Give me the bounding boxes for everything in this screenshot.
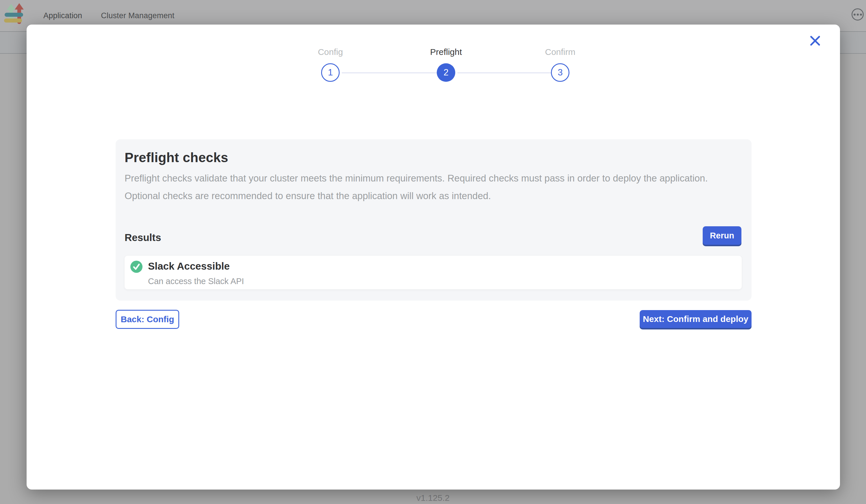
nav-tab-cluster-management[interactable]: Cluster Management bbox=[101, 11, 174, 20]
rerun-button[interactable]: Rerun bbox=[703, 226, 741, 245]
step-connector bbox=[457, 72, 551, 74]
check-detail: Can access the Slack API bbox=[148, 277, 244, 286]
step-circle-1[interactable]: 1 bbox=[321, 63, 340, 82]
version-label: v1.125.2 bbox=[0, 493, 866, 503]
ellipsis-menu-icon[interactable] bbox=[852, 8, 864, 21]
close-icon[interactable] bbox=[807, 33, 823, 49]
back-config-button[interactable]: Back: Config bbox=[115, 310, 179, 329]
preflight-modal: Config Preflight Confirm 1 2 3 Preflight… bbox=[26, 24, 840, 490]
check-pass-icon bbox=[130, 261, 143, 273]
nav-tabs: Application Cluster Management bbox=[0, 11, 175, 20]
step-circle-2[interactable]: 2 bbox=[437, 63, 455, 82]
app-logo-icon bbox=[4, 3, 24, 28]
wizard-stepper: Config Preflight Confirm 1 2 3 bbox=[231, 24, 635, 117]
step-label-confirm: Confirm bbox=[514, 47, 607, 57]
panel-title: Preflight checks bbox=[125, 150, 228, 165]
step-label-preflight: Preflight bbox=[400, 47, 492, 57]
check-result-row: Slack Accessible Can access the Slack AP… bbox=[125, 256, 742, 289]
preflight-panel: Preflight checks Preflight checks valida… bbox=[115, 139, 752, 301]
step-label-config: Config bbox=[284, 47, 377, 57]
step-circle-3[interactable]: 3 bbox=[551, 63, 569, 82]
results-label: Results bbox=[125, 232, 161, 243]
panel-description: Preflight checks validate that your clus… bbox=[125, 169, 729, 205]
step-connector bbox=[342, 72, 437, 74]
nav-tab-application[interactable]: Application bbox=[43, 11, 82, 20]
next-confirm-deploy-button[interactable]: Next: Confirm and deploy bbox=[640, 310, 752, 328]
check-name: Slack Accessible bbox=[148, 260, 230, 272]
screen: Application Cluster Management v1.125.2 … bbox=[0, 0, 866, 504]
